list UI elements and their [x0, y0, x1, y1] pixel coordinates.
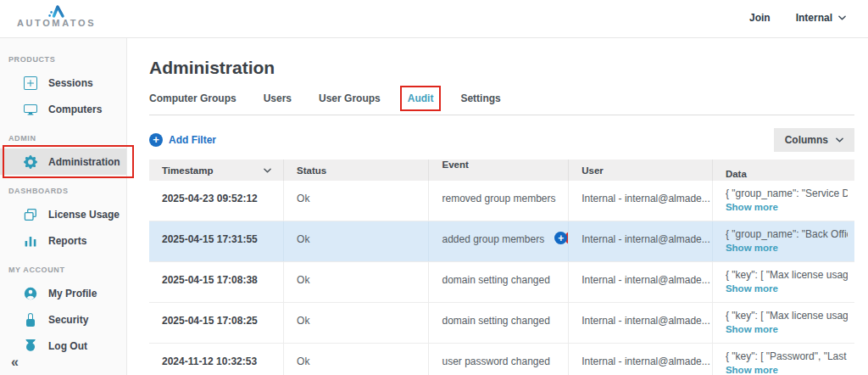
columns-label: Columns: [785, 134, 828, 146]
automatos-logo-icon: [42, 3, 96, 19]
table-body: 2025-04-23 09:52:12Okremoved group membe…: [149, 181, 854, 375]
column-header-data[interactable]: Data: [712, 160, 854, 181]
event-label: user password changed: [442, 355, 549, 367]
tab-users[interactable]: Users: [264, 92, 292, 104]
cell-user: Internal - internal@almade...: [568, 303, 712, 343]
sidebar-item-security[interactable]: Security: [0, 306, 126, 333]
filter-toolbar: + Add Filter Columns: [149, 128, 854, 152]
event-change-icons: +−: [554, 232, 568, 244]
column-header-status[interactable]: Status: [283, 160, 428, 181]
cell-user: Internal - internal@almade...: [568, 262, 712, 302]
cell-status: Ok: [283, 262, 428, 302]
sidebar-item-sessions[interactable]: Sessions: [0, 70, 126, 96]
sidebar-item-label: Log Out: [48, 340, 87, 352]
tab-settings[interactable]: Settings: [460, 92, 500, 104]
sidebar-item-label: Administration: [48, 156, 120, 168]
join-link[interactable]: Join: [749, 12, 771, 24]
user-circle-icon: [23, 286, 37, 300]
add-filter-button[interactable]: + Add Filter: [149, 133, 216, 147]
cell-timestamp: 2024-11-12 10:32:53: [149, 344, 283, 375]
show-more-link[interactable]: Show more: [726, 243, 778, 253]
sidebar-item-reports[interactable]: Reports: [0, 227, 126, 254]
page-title: Administration: [149, 58, 854, 78]
sidebar-item-label: My Profile: [48, 288, 97, 299]
cell-event: user password changed: [428, 344, 568, 375]
account-menu[interactable]: Internal: [796, 12, 846, 24]
sidebar-item-label: Sessions: [48, 77, 93, 89]
cell-status: Ok: [283, 344, 428, 375]
topbar: AUTOMATOS Join Internal: [0, 0, 868, 38]
column-header-label: User: [581, 165, 604, 176]
column-header-label: Timestamp: [162, 165, 214, 176]
sidebar-item-administration[interactable]: Administration: [0, 148, 126, 175]
sidebar-section-label: DASHBOARDS: [8, 187, 126, 195]
power-icon: [23, 339, 37, 353]
audit-table: TimestampStatusEventUserData 2025-04-23 …: [149, 160, 854, 375]
tab-bar: Computer GroupsUsersUser GroupsAuditSett…: [149, 92, 854, 115]
bar-chart-icon: [23, 233, 37, 248]
sidebar: PRODUCTSSessionsComputersADMINAdministra…: [0, 38, 127, 375]
cell-timestamp: 2025-04-15 17:08:38: [149, 262, 283, 302]
gear-icon: [23, 154, 37, 169]
tab-audit[interactable]: Audit: [408, 92, 434, 104]
columns-dropdown-button[interactable]: Columns: [774, 128, 854, 152]
sort-chevron-icon[interactable]: [264, 168, 271, 173]
tab-user-groups[interactable]: User Groups: [319, 92, 381, 104]
table-row[interactable]: 2025-04-15 17:08:38Okdomain setting chan…: [149, 262, 854, 303]
cell-event: added group members+−: [428, 221, 568, 261]
tab-computer-groups[interactable]: Computer Groups: [149, 92, 236, 104]
plus-circle-icon: +: [149, 133, 163, 147]
table-row[interactable]: 2025-04-23 09:52:12Okremoved group membe…: [149, 181, 854, 221]
show-more-link[interactable]: Show more: [726, 283, 778, 294]
data-json-preview: { "key": [ "Password", "Last passw...: [726, 350, 848, 362]
sidebar-item-label: Reports: [48, 235, 86, 247]
cell-event: domain setting changed: [428, 262, 568, 302]
topbar-right: Join Internal: [749, 12, 846, 24]
column-header-timestamp[interactable]: Timestamp: [149, 160, 283, 181]
sidebar-collapse-button[interactable]: «: [11, 355, 19, 370]
sidebar-item-my-profile[interactable]: My Profile: [0, 280, 126, 306]
sidebar-item-log-out[interactable]: Log Out: [0, 333, 126, 359]
automatos-logo[interactable]: AUTOMATOS: [17, 3, 96, 28]
table-header-row: TimestampStatusEventUserData: [149, 160, 854, 181]
column-header-event[interactable]: Event: [428, 160, 568, 181]
cell-user: Internal - internal@almade...: [568, 344, 712, 375]
sidebar-item-computers[interactable]: Computers: [0, 96, 126, 122]
column-header-label: Status: [297, 165, 326, 176]
data-json-preview: { "key": [ "Max license usage" ], "o...: [726, 310, 848, 322]
chevron-down-icon: [836, 137, 843, 143]
column-header-label: Event: [442, 160, 468, 170]
table-row[interactable]: 2024-11-12 10:32:53Okuser password chang…: [149, 344, 854, 375]
cell-status: Ok: [283, 181, 428, 221]
table-row[interactable]: 2025-04-15 17:08:25Okdomain setting chan…: [149, 303, 854, 344]
sidebar-section-my-account: MY ACCOUNTMy ProfileSecurityLog Out: [0, 266, 126, 359]
column-header-label: Data: [726, 169, 747, 179]
show-more-link[interactable]: Show more: [726, 324, 778, 334]
sidebar-item-license-usage[interactable]: License Usage: [0, 201, 126, 227]
show-more-link[interactable]: Show more: [726, 202, 778, 212]
event-label: domain setting changed: [442, 274, 549, 286]
sidebar-section-admin: ADMINAdministration: [0, 134, 126, 175]
cell-status: Ok: [283, 303, 428, 343]
lock-icon: [23, 312, 37, 327]
app-window: AUTOMATOS Join Internal PRODUCTSSessions…: [0, 0, 868, 375]
plus-circle-icon: +: [554, 232, 567, 244]
monitor-plus-icon: [23, 76, 37, 90]
chevron-down-icon: [838, 15, 846, 20]
sidebar-item-label: Security: [48, 314, 88, 326]
page-body: PRODUCTSSessionsComputersADMINAdministra…: [0, 38, 868, 375]
data-json-preview: { "group_name": "Back Office", "p...: [726, 228, 848, 240]
event-label: removed group members: [442, 193, 555, 204]
show-more-link[interactable]: Show more: [726, 365, 778, 375]
cell-data: { "key": [ "Max license usage" ], "o...S…: [712, 303, 854, 343]
account-menu-label: Internal: [796, 12, 832, 24]
sidebar-section-products: PRODUCTSSessionsComputers: [0, 55, 126, 122]
cell-event: domain setting changed: [428, 303, 568, 343]
sidebar-section-label: PRODUCTS: [8, 55, 126, 64]
cell-timestamp: 2025-04-15 17:31:55: [149, 221, 283, 261]
cell-data: { "key": [ "Password", "Last passw...Sho…: [712, 344, 854, 375]
column-header-user[interactable]: User: [568, 160, 712, 181]
window-stack-icon: [23, 207, 37, 221]
table-row[interactable]: 2025-04-15 17:31:55Okadded group members…: [149, 221, 854, 262]
cell-event: removed group members: [428, 181, 568, 221]
